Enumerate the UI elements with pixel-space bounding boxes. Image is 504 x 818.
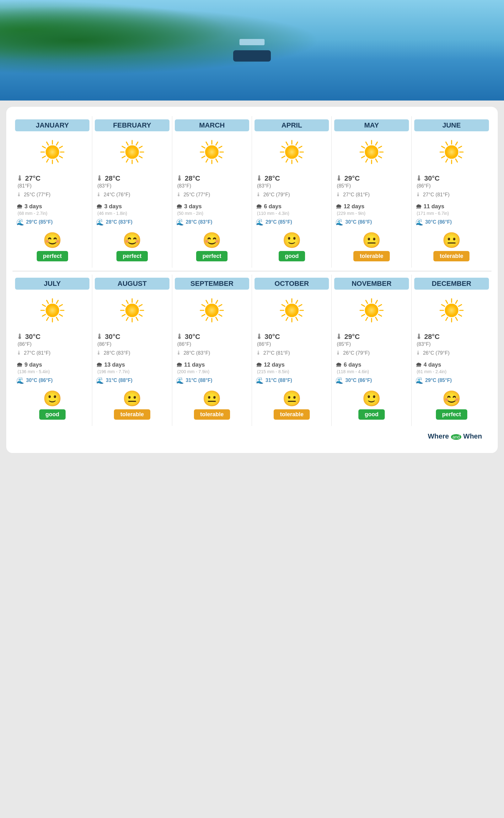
sea-temp-value: 31°C (88°F): [265, 378, 292, 383]
footer: Where and When: [13, 426, 491, 444]
svg-line-30: [206, 159, 208, 162]
rain-days-value: 3 days: [104, 203, 122, 210]
month-col-april: APRIL 🌡 28°C (83°F) 🌡 26°C (79°F) 🌧: [252, 116, 332, 268]
rating-badge: perfect: [116, 251, 148, 261]
sea-temp-value: 31°C (88°F): [106, 378, 132, 383]
month-label: SEPTEMBER: [175, 278, 249, 290]
temp-section: 🌡 30°C (86°F) 🌡 28°C (83°F) 🌧 11 days (2…: [175, 333, 249, 384]
temp-high-value: 28°C: [105, 174, 120, 182]
month-col-august: AUGUST 🌡 30°C (86°F) 🌡 28°C (83°F) 🌧: [92, 275, 172, 426]
svg-line-135: [362, 315, 365, 316]
svg-point-90: [46, 304, 59, 317]
rain-mm: (196 mm - 7.7in): [96, 369, 168, 374]
sea-temp: 🌊 28°C (83°F): [176, 218, 248, 226]
month-col-february: FEBRUARY 🌡 28°C (83°F) 🌡 24°C (76°F) 🌧: [92, 116, 172, 268]
svg-line-95: [126, 317, 128, 320]
months-grid-bottom: JULY 🌡 30°C (86°F) 🌡 27°C (81°F) 🌧: [13, 275, 491, 426]
temp-low: 🌡 27°C (81°F): [335, 191, 407, 198]
svg-line-34: [206, 142, 208, 145]
rating-badge: good: [358, 409, 385, 420]
smiley-icon: 😐: [123, 390, 142, 407]
rain-mm: (61 mm - 2.4in): [416, 369, 488, 374]
temp-high-value: 30°C: [105, 333, 120, 341]
svg-line-20: [122, 146, 125, 148]
smiley-icon: 🙂: [362, 390, 381, 407]
svg-line-147: [446, 317, 448, 320]
month-label: JANUARY: [15, 119, 89, 131]
temp-low-value: 27°C (81°F): [24, 350, 51, 356]
svg-line-57: [362, 156, 365, 158]
temp-low-value: 24°C (76°F): [104, 192, 130, 197]
svg-line-148: [442, 315, 445, 316]
svg-line-31: [202, 156, 205, 158]
svg-line-115: [219, 305, 222, 307]
svg-line-99: [126, 300, 128, 304]
rain-days: 🌧 3 days: [16, 203, 88, 210]
sea-temp-value: 28°C (83°F): [186, 219, 212, 225]
rain-mm: (110 mm - 4.3in): [256, 211, 328, 216]
temp-low-value: 25°C (77°F): [24, 192, 51, 197]
rain-days-value: 13 days: [104, 362, 125, 368]
rain-days-value: 6 days: [344, 362, 361, 368]
temp-high-value: 29°C: [344, 333, 360, 341]
temp-high-f: (85°F): [335, 183, 407, 189]
rain-days: 🌧 12 days: [256, 361, 328, 369]
svg-point-51: [285, 145, 298, 159]
svg-line-60: [366, 142, 368, 145]
svg-line-75: [456, 142, 458, 145]
smiley-icon: 😊: [442, 390, 461, 407]
smiley-icon: 😐: [442, 232, 461, 249]
temp-low: 🌡 25°C (77°F): [16, 191, 88, 198]
temp-high-f: (83°F): [256, 183, 328, 189]
sea-temp: 🌊 29°C (85°F): [16, 218, 88, 226]
svg-point-116: [206, 304, 219, 317]
sea-temp: 🌊 29°C (85°F): [416, 377, 488, 384]
rain-days: 🌧 6 days: [256, 203, 328, 210]
svg-line-24: [139, 146, 142, 148]
smiley-icon: 😐: [202, 390, 221, 407]
temp-low: 🌡 24°C (76°F): [96, 191, 168, 198]
svg-line-11: [59, 146, 62, 148]
rain-days-value: 11 days: [424, 203, 444, 210]
svg-point-12: [46, 145, 59, 159]
temp-low-value: 28°C (83°F): [184, 350, 210, 356]
svg-line-69: [446, 159, 448, 162]
sun-icon: [439, 298, 464, 326]
svg-line-80: [56, 317, 58, 320]
rating-badge: perfect: [37, 251, 68, 261]
rating-section: 😊 perfect: [37, 232, 68, 261]
month-label: MARCH: [175, 119, 249, 131]
svg-line-4: [46, 159, 48, 162]
svg-line-5: [42, 156, 46, 158]
temp-low: 🌡 27°C (81°F): [16, 350, 88, 356]
rating-badge: tolerable: [433, 251, 469, 261]
temp-low: 🌡 26°C (79°F): [416, 350, 488, 356]
rain-days: 🌧 11 days: [416, 203, 488, 210]
svg-line-88: [56, 300, 58, 304]
sea-temp: 🌊 30°C (86°F): [335, 218, 407, 226]
svg-point-155: [445, 304, 458, 317]
smiley-icon: 😊: [202, 232, 221, 249]
svg-line-118: [299, 315, 302, 316]
temp-low-value: 25°C (77°F): [184, 192, 210, 197]
svg-line-132: [376, 317, 378, 320]
svg-line-2: [56, 159, 58, 162]
sea-temp: 🌊 30°C (86°F): [416, 218, 488, 226]
sun-icon: [120, 298, 145, 326]
temp-section: 🌡 28°C (83°F) 🌡 26°C (79°F) 🌧 4 days (61…: [414, 333, 489, 384]
svg-line-106: [216, 317, 218, 320]
sun-icon: [199, 139, 224, 168]
smiley-icon: 😊: [123, 232, 142, 249]
sea-temp-value: 30°C (86°F): [26, 378, 53, 383]
rain-days-value: 4 days: [424, 362, 441, 368]
rain-days-value: 12 days: [264, 362, 285, 368]
sun-icon: [40, 139, 65, 168]
month-label: NOVEMBER: [334, 278, 409, 290]
rain-days-value: 6 days: [264, 203, 281, 210]
svg-line-10: [56, 142, 58, 145]
temp-high-f: (85°F): [335, 342, 407, 347]
temp-section: 🌡 28°C (83°F) 🌡 24°C (76°F) 🌧 3 days (46…: [95, 174, 169, 226]
svg-line-105: [219, 315, 222, 316]
svg-line-153: [456, 300, 458, 304]
temp-low: 🌡 27°C (81°F): [256, 350, 328, 356]
